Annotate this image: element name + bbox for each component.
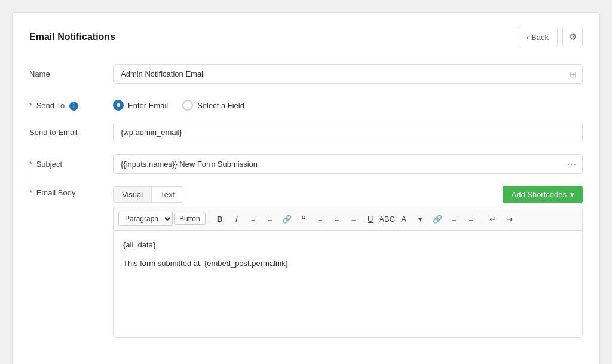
toolbar-indent-button[interactable]: ≡ xyxy=(446,211,462,227)
tab-visual[interactable]: Visual xyxy=(114,187,151,202)
editor-top-bar: Visual Text Add Shortcodes ▾ xyxy=(113,186,583,203)
send-to-row: * Send To i Enter Email Select a Field xyxy=(29,96,583,111)
required-asterisk: * xyxy=(29,101,32,110)
subject-label: * Subject xyxy=(29,154,113,169)
send-to-radio-group: Enter Email Select a Field xyxy=(113,96,583,111)
toolbar-redo-button[interactable]: ↪ xyxy=(502,211,518,227)
email-body-row: * Email Body Visual Text Add Shortcodes … xyxy=(29,186,583,338)
editor-toolbar: Paragraph Button B I ≡ ≡ 🔗 ❝ ≡ ≡ ≡ U ABC… xyxy=(113,207,583,230)
subject-label-text: Subject xyxy=(36,160,62,169)
name-row: Name ⊞ xyxy=(29,64,583,84)
toolbar-outdent-button[interactable]: ≡ xyxy=(463,211,479,227)
add-shortcodes-chevron-icon: ▾ xyxy=(570,190,574,199)
toolbar-link-button[interactable]: 🔗 xyxy=(279,211,295,227)
editor-line-1: {all_data} xyxy=(123,239,573,252)
editor-tab-group: Visual Text xyxy=(113,186,183,203)
email-body-label: * Email Body xyxy=(29,186,113,197)
radio-select-field-label: Select a Field xyxy=(197,101,244,110)
panel-title: Email Notifications xyxy=(29,32,115,42)
back-label: Back xyxy=(531,33,549,42)
radio-enter-email-label: Enter Email xyxy=(128,101,168,110)
subject-input-wrapper: ··· xyxy=(113,154,583,174)
add-shortcodes-button[interactable]: Add Shortcodes ▾ xyxy=(503,186,583,203)
toolbar-blockquote-button[interactable]: ❝ xyxy=(296,211,311,227)
send-to-email-label: Send to Email xyxy=(29,123,113,137)
radio-enter-email[interactable]: Enter Email xyxy=(113,100,168,111)
editor-container: Visual Text Add Shortcodes ▾ Paragraph B… xyxy=(113,186,583,338)
email-notifications-panel: Email Notifications ‹ Back ⚙ Name ⊞ * Se… xyxy=(12,12,600,364)
panel-header: Email Notifications ‹ Back ⚙ xyxy=(29,27,583,47)
settings-button[interactable]: ⚙ xyxy=(562,27,583,47)
send-to-info-icon[interactable]: i xyxy=(69,102,78,111)
toolbar-align-right-button[interactable]: ≡ xyxy=(346,211,362,227)
settings-icon: ⚙ xyxy=(569,32,577,42)
subject-row: * Subject ··· xyxy=(29,154,583,174)
subject-control: ··· xyxy=(113,154,583,174)
add-shortcodes-label: Add Shortcodes xyxy=(511,190,567,199)
toolbar-color-dropdown-button[interactable]: ▾ xyxy=(413,211,429,227)
toolbar-align-center-button[interactable]: ≡ xyxy=(329,211,345,227)
paragraph-select[interactable]: Paragraph xyxy=(118,212,173,226)
radio-enter-email-circle xyxy=(113,100,124,111)
editor-body[interactable]: {all_data} This form submitted at: {embe… xyxy=(113,230,583,338)
header-actions: ‹ Back ⚙ xyxy=(518,27,583,47)
radio-select-field-circle xyxy=(182,100,193,111)
name-control: ⊞ xyxy=(113,64,583,84)
email-body-required-asterisk: * xyxy=(29,188,32,197)
toolbar-text-color-button[interactable]: A xyxy=(396,211,412,227)
toolbar-strikethrough-button[interactable]: ABC xyxy=(380,211,395,227)
radio-select-field[interactable]: Select a Field xyxy=(182,100,244,111)
subject-input[interactable] xyxy=(113,154,583,174)
toolbar-separator-2 xyxy=(482,213,482,224)
toolbar-unordered-list-button[interactable]: ≡ xyxy=(246,211,261,227)
name-input[interactable] xyxy=(113,64,583,84)
toolbar-bold-button[interactable]: B xyxy=(212,211,228,227)
send-to-email-control xyxy=(113,123,583,142)
send-to-email-input[interactable] xyxy=(113,123,583,142)
toolbar-ordered-list-button[interactable]: ≡ xyxy=(262,211,278,227)
toolbar-button-btn[interactable]: Button xyxy=(174,213,206,225)
toolbar-clear-format-button[interactable]: 🔗 xyxy=(430,211,445,227)
send-to-email-row: Send to Email xyxy=(29,123,583,142)
subject-required-asterisk: * xyxy=(29,160,32,169)
email-body-label-text: Email Body xyxy=(36,188,76,197)
tab-text[interactable]: Text xyxy=(151,187,183,202)
editor-line-2: This form submitted at: {embed_post.perm… xyxy=(123,258,573,270)
toolbar-underline-button[interactable]: U xyxy=(363,211,378,227)
toolbar-separator-1 xyxy=(209,213,209,224)
send-to-label: * Send To i xyxy=(29,96,113,111)
toolbar-undo-button[interactable]: ↩ xyxy=(485,211,501,227)
toolbar-italic-button[interactable]: I xyxy=(229,211,244,227)
subject-more-options-icon[interactable]: ··· xyxy=(567,159,577,170)
back-button[interactable]: ‹ Back xyxy=(518,27,558,47)
name-field-icon: ⊞ xyxy=(570,69,577,79)
back-chevron-icon: ‹ xyxy=(527,33,529,42)
send-to-control: Enter Email Select a Field xyxy=(113,96,583,111)
toolbar-align-left-button[interactable]: ≡ xyxy=(313,211,328,227)
send-to-label-text: Send To xyxy=(36,101,65,110)
name-input-wrapper: ⊞ xyxy=(113,64,583,84)
name-label: Name xyxy=(29,64,113,78)
